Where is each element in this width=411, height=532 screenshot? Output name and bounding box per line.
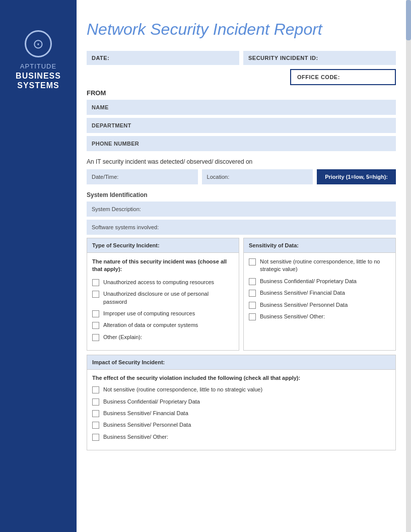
checkbox-personnel[interactable]: [249, 302, 256, 309]
datetime-field[interactable]: Date/Time:: [87, 169, 198, 184]
impact-label-personnel: Business Sensitive/ Personnel Data: [103, 421, 191, 429]
impact-checkbox-other[interactable]: [92, 434, 99, 441]
scrollbar[interactable]: [406, 0, 411, 532]
checkbox-item-3: Improper use of computing resources: [92, 310, 234, 317]
page-title: Network Security Incident Report: [87, 20, 396, 39]
impact-checkbox-confidential[interactable]: [92, 398, 99, 406]
priority-button[interactable]: Priority (1=low, 5=high):: [317, 169, 396, 184]
impact-item-3: Business Sensitive/ Financial Data: [92, 410, 390, 417]
nature-text: The nature of this security incident was…: [92, 258, 234, 274]
from-label: FROM: [87, 89, 396, 97]
detected-text: An IT security incident was detected/ ob…: [87, 158, 396, 165]
checkbox-label-alteration: Alteration of data or computer systems: [103, 321, 198, 329]
checkbox-label-unauthorized-access: Unauthorized access to computing resourc…: [103, 279, 214, 286]
office-code-field[interactable]: OFFICE CODE:: [290, 69, 396, 85]
system-description-field[interactable]: System Description:: [87, 202, 396, 217]
checkbox-label-confidential: Business Confidential/ Proprietary Data: [260, 278, 357, 285]
impact-label-not-sensitive: Not sensitive (routine correspondence, l…: [103, 386, 262, 393]
impact-item-2: Business Confidential/ Proprietary Data: [92, 398, 390, 406]
incident-details-row: Date/Time: Location: Priority (1=low, 5=…: [87, 169, 396, 184]
sensitivity-item-5: Business Sensitive/ Other:: [249, 313, 390, 320]
software-systems-field[interactable]: Software systems involved:: [87, 220, 396, 235]
effect-text: The effect of the security violation inc…: [92, 375, 390, 381]
impact-checkbox-personnel[interactable]: [92, 422, 99, 429]
impact-label-confidential: Business Confidential/ Proprietary Data: [103, 398, 200, 406]
checkbox-label-improper-use: Improper use of computing resources: [103, 310, 195, 317]
incident-type-box: Type of Security Incident: The nature of…: [87, 238, 239, 351]
incident-type-header: Type of Security Incident:: [87, 238, 239, 253]
checkbox-alteration[interactable]: [92, 322, 99, 329]
name-field[interactable]: NAME: [87, 100, 396, 115]
impact-label-financial: Business Sensitive/ Financial Data: [103, 410, 188, 417]
brand-name: BUSINESSSYSTEMS: [16, 71, 61, 90]
impact-body: The effect of the security violation inc…: [87, 370, 395, 450]
checkbox-unauthorized-access[interactable]: [92, 279, 99, 286]
checkbox-item-1: Unauthorized access to computing resourc…: [92, 279, 234, 286]
main-content: Network Security Incident Report DATE: S…: [77, 0, 406, 475]
logo-circle: ⊙: [25, 30, 52, 57]
checkbox-label-other-sensitivity: Business Sensitive/ Other:: [260, 313, 325, 320]
checkbox-other[interactable]: [92, 334, 99, 341]
impact-label-other: Business Sensitive/ Other:: [103, 433, 168, 441]
checkbox-label-unauthorized-disclosure: Unauthorized disclosure or use of person…: [103, 290, 234, 306]
impact-item-5: Business Sensitive/ Other:: [92, 433, 390, 441]
checkbox-label-not-sensitive: Not sensitive (routine correspondence, l…: [260, 258, 390, 274]
checkbox-item-4: Alteration of data or computer systems: [92, 321, 234, 329]
checkbox-not-sensitive[interactable]: [249, 258, 256, 265]
sensitivity-item-2: Business Confidential/ Proprietary Data: [249, 278, 390, 285]
impact-item-4: Business Sensitive/ Personnel Data: [92, 421, 390, 429]
sidebar: ⊙ APTITUDE BUSINESSSYSTEMS: [0, 0, 77, 532]
checkbox-item-2: Unauthorized disclosure or use of person…: [92, 290, 234, 306]
company-name: APTITUDE: [20, 62, 56, 70]
date-field[interactable]: DATE:: [87, 51, 239, 65]
checkbox-confidential[interactable]: [249, 278, 256, 285]
scrollbar-thumb[interactable]: [406, 0, 411, 40]
impact-item-1: Not sensitive (routine correspondence, l…: [92, 386, 390, 393]
department-field[interactable]: DEPARTMENT: [87, 118, 396, 133]
checkbox-financial[interactable]: [249, 290, 256, 297]
phone-field[interactable]: PHONE NUMBER: [87, 136, 396, 151]
impact-checkbox-not-sensitive[interactable]: [92, 386, 99, 393]
checkbox-label-personnel: Business Sensitive/ Personnel Data: [260, 301, 348, 309]
sensitivity-item-3: Business Sensitive/ Financial Data: [249, 289, 390, 297]
checkbox-other-sensitivity[interactable]: [249, 313, 256, 320]
sensitivity-item-1: Not sensitive (routine correspondence, l…: [249, 258, 390, 274]
incident-type-body: The nature of this security incident was…: [87, 253, 239, 350]
date-security-row: DATE: SECURITY INCIDENT ID:: [87, 51, 396, 65]
security-incident-id-field[interactable]: SECURITY INCIDENT ID:: [243, 51, 396, 65]
checkbox-item-5: Other (Explain):: [92, 334, 234, 341]
sensitivity-item-4: Business Sensitive/ Personnel Data: [249, 301, 390, 309]
office-code-row: OFFICE CODE:: [87, 69, 396, 85]
location-field[interactable]: Location:: [202, 169, 313, 184]
impact-checkbox-financial[interactable]: [92, 410, 99, 417]
checkbox-unauthorized-disclosure[interactable]: [92, 291, 99, 298]
system-identification-label: System Identification: [87, 191, 396, 198]
checkbox-label-financial: Business Sensitive/ Financial Data: [260, 289, 345, 297]
checkbox-label-other: Other (Explain):: [103, 334, 142, 341]
impact-section: Impact of Security Incident: The effect …: [87, 355, 396, 450]
incident-sensitivity-section: Type of Security Incident: The nature of…: [87, 238, 396, 351]
aptitude-logo-icon: ⊙: [33, 37, 44, 50]
sensitivity-box: Sensitivity of Data: Not sensitive (rout…: [243, 238, 396, 351]
checkbox-improper-use[interactable]: [92, 310, 99, 317]
sensitivity-header: Sensitivity of Data:: [244, 238, 395, 253]
sensitivity-body: Not sensitive (routine correspondence, l…: [244, 253, 395, 329]
impact-header: Impact of Security Incident:: [87, 355, 395, 370]
